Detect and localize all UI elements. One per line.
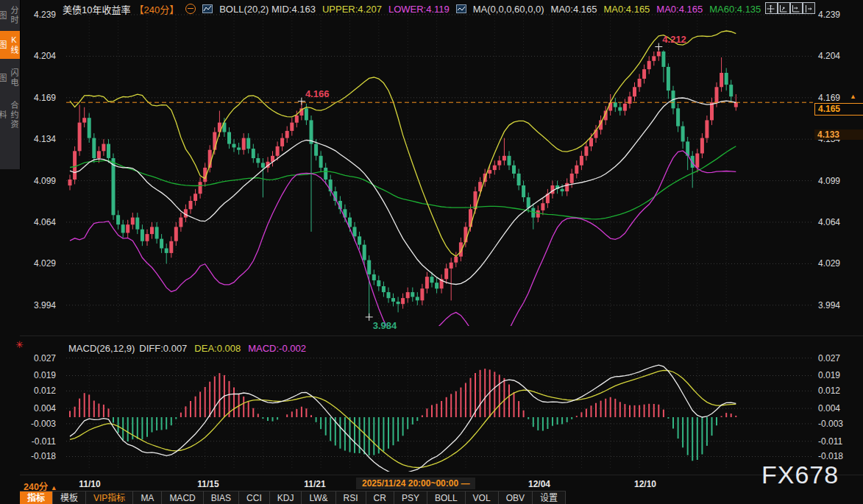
scale-y-axis-icon[interactable] xyxy=(778,2,790,14)
pane-divider xyxy=(20,336,863,336)
macd-axis-label: -0.018 xyxy=(22,451,56,461)
macd-axis-label: -0.003 xyxy=(818,419,843,429)
y-axis-label: 4.134 xyxy=(22,134,56,144)
ma60-value: MA60:4.135 xyxy=(709,4,761,15)
sidebar-tab-contract[interactable]: 合约资料 xyxy=(0,96,20,133)
y-axis-label: 4.204 xyxy=(818,51,840,61)
boll-lower: LOWER:4.119 xyxy=(388,4,450,15)
macd-axis-label: -0.011 xyxy=(818,436,842,447)
indicator-toolbar: 指标 模板 VIP指标 MA MACD BIAS CCI KDJ LW& RSI… xyxy=(20,491,566,504)
macd-axis-label: 0.012 xyxy=(22,386,56,396)
toolbar-item-psy[interactable]: PSY xyxy=(394,491,427,504)
collapse-panel-icon[interactable] xyxy=(803,2,815,14)
y-axis-label: 4.029 xyxy=(22,258,56,269)
y-axis-label: 3.994 xyxy=(818,300,840,310)
scale-x-axis-icon[interactable] xyxy=(790,2,803,14)
boll-upper: UPPER:4.207 xyxy=(322,4,382,15)
toolbar-item-lw[interactable]: LW& xyxy=(302,491,335,504)
x-axis-date: 11/21 xyxy=(304,479,325,489)
toolbar-item-rsi[interactable]: RSI xyxy=(336,491,366,504)
ma-indicator-icon[interactable] xyxy=(456,4,466,13)
macd-axis-label: 0.019 xyxy=(22,370,56,380)
sidebar-tab-timeline[interactable]: 分时图 xyxy=(0,2,20,29)
toolbar-item-cci[interactable]: CCI xyxy=(239,491,270,504)
macd-value: MACD:-0.002 xyxy=(248,343,306,354)
macd-params: MACD(26,12,9) xyxy=(68,343,135,354)
toolbar-item-settings[interactable]: 设置 xyxy=(533,491,566,504)
macd-axis-label: -0.018 xyxy=(818,451,843,461)
toolbar-item-vol[interactable]: VOL xyxy=(466,491,499,504)
y-axis-label: 4.169 xyxy=(818,93,840,103)
toolbar-item-boll[interactable]: BOLL xyxy=(427,491,466,504)
toolbar-item-ma[interactable]: MA xyxy=(133,491,162,504)
macd-axis-label: 0.019 xyxy=(818,370,840,380)
price-arrow-icon: ▲ xyxy=(850,93,856,100)
macd-axis-label: 0.004 xyxy=(22,403,56,414)
macd-diff: DIFF:0.007 xyxy=(139,343,187,354)
ma0-magenta: MA0:4.165 xyxy=(656,4,703,15)
toolbar-item-template[interactable]: 模板 xyxy=(53,491,86,504)
y-axis-label: 4.239 xyxy=(22,10,56,20)
current-price-tag: 4.165 xyxy=(814,103,863,116)
toolbar-item-indicator[interactable]: 指标 xyxy=(20,491,53,504)
x-axis-date: 12/10 xyxy=(634,479,656,489)
high-annotation: 4.212 xyxy=(662,34,686,45)
axis-divider xyxy=(20,475,863,475)
boll-indicator-icon[interactable] xyxy=(202,4,213,13)
ma0-yellow: MA0:4.165 xyxy=(603,4,650,15)
low-annotation: 3.984 xyxy=(373,320,397,331)
ma0-white: MA0:4.165 xyxy=(551,4,597,15)
indicator-settings-icon[interactable]: ✳ xyxy=(15,339,24,350)
ma-params: MA(0,0,0,60,0,0) xyxy=(473,4,544,15)
boll-values: BOLL(20,2) MID:4.163 xyxy=(219,4,316,15)
price-chart-canvas[interactable] xyxy=(0,0,863,504)
y-axis-label: 4.239 xyxy=(818,10,840,20)
sidebar: 分时图 K线图 闪电图 合约资料 xyxy=(0,0,21,169)
macd-axis-label: -0.003 xyxy=(22,419,56,429)
collapse-legend-icon[interactable] xyxy=(185,4,196,14)
y-axis-label: 4.204 xyxy=(22,51,56,61)
toolbar-item-cr[interactable]: CR xyxy=(366,491,394,504)
macd-axis-label: 0.027 xyxy=(818,353,840,363)
macd-axis-label: -0.011 xyxy=(22,436,56,447)
y-axis-label: 4.064 xyxy=(818,217,840,227)
macd-legend: MACD(26,12,9) DIFF:0.007 DEA:0.008 MACD:… xyxy=(68,343,306,354)
watermark: FX678 xyxy=(761,461,839,489)
y-axis-label: 3.994 xyxy=(22,300,56,310)
x-axis-date: 11/10 xyxy=(79,479,100,489)
y-axis-label: 4.099 xyxy=(22,176,56,186)
macd-axis-label: 0.027 xyxy=(22,353,56,363)
toolbar-item-macd[interactable]: MACD xyxy=(162,491,203,504)
toolbar-item-kdj[interactable]: KDJ xyxy=(270,491,302,504)
y-axis-label: 4.169 xyxy=(22,93,56,103)
toolbar-item-vip[interactable]: VIP指标 xyxy=(86,491,133,504)
y-axis-label: 4.099 xyxy=(818,176,840,186)
period-badge[interactable]: 【240分】 xyxy=(134,2,179,16)
macd-dea: DEA:0.008 xyxy=(194,343,241,354)
toolbar-item-obv[interactable]: OBV xyxy=(499,491,533,504)
toolbar-item-bias[interactable]: BIAS xyxy=(204,491,239,504)
header-legend: 美债10年收益率 【240分】 BOLL(20,2) MID:4.163 UPP… xyxy=(63,3,775,15)
selected-candle-date: 2025/11/24 20:00~00:00 — xyxy=(356,478,475,489)
x-axis-date: 12/04 xyxy=(528,479,550,489)
y-axis-label: 4.029 xyxy=(818,258,840,269)
pan-chart-icon[interactable] xyxy=(765,2,778,14)
sidebar-tab-kline[interactable]: K线图 xyxy=(0,31,20,59)
macd-axis-label: 0.004 xyxy=(818,403,840,414)
high-annotation: 4.166 xyxy=(305,88,330,99)
y-axis-label: 4.064 xyxy=(22,217,56,227)
macd-axis-label: 0.012 xyxy=(818,386,840,396)
ma60-price-tag: 4.133 xyxy=(814,129,863,140)
sidebar-tab-flash[interactable]: 闪电图 xyxy=(0,64,20,92)
symbol-title: 美债10年收益率 xyxy=(63,2,130,16)
x-axis-date: 11/15 xyxy=(197,479,219,489)
